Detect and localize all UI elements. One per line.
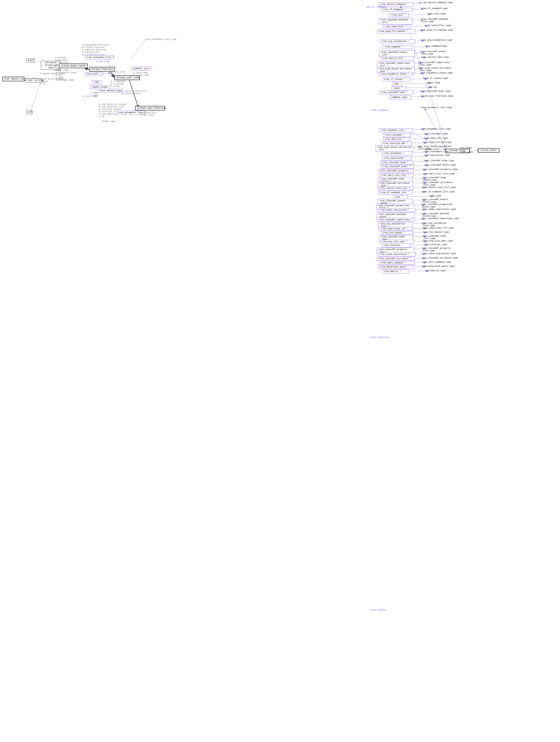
tree-classdef-enum-list-type-label: tree_classdef_enum_list_type	[422, 235, 446, 240]
tree-anon-fcn-handle-type-label: tree_anon_fcn_handle_type	[420, 29, 453, 32]
tree-argument-list-node: tree_argument_list *	[379, 128, 413, 132]
tree-node: tree *	[393, 195, 408, 199]
tree-constant-type-label: tree_constant_type	[424, 244, 447, 246]
tree-switch-case-list-type-label: tree_switch_case_list_type	[422, 186, 456, 189]
tree-decl-alt-type-label: tree_decl_alt_type	[424, 137, 448, 140]
tree-command-label: tree command	[370, 109, 388, 111]
tree-statement-list-type-label: tree_statement_list_type	[145, 38, 176, 41]
tree-expression-node: tree_expression *	[382, 156, 411, 160]
tree-classdef-body-node: tree_classdef_body *	[379, 91, 413, 95]
tree-parameter-list-type-label: tree_parameter_list_type	[420, 106, 452, 109]
m-lead-comm-label: m_lead_commm_trail_comm	[133, 71, 149, 76]
tree-arg-validation-type-label: tree_arg_validation_type	[421, 39, 452, 41]
tree-function-def-type-label: tree_function_def_type	[423, 141, 452, 144]
class-method-type-node: class_method_type	[97, 89, 123, 93]
c-name-t-name-label: c_namet_name	[90, 92, 98, 96]
tree-classdef-body-type-label: tree_classdef_body_type	[420, 90, 450, 93]
m-cmd-list-label: m_cmd_list	[96, 60, 109, 63]
tree-arg-validation-node: tree_arg_validation *	[380, 40, 415, 43]
tree-classdef-event-type-label: tree_classdef_event_type	[424, 164, 456, 166]
tree-switch-command-type-label: tree_switch_command_type	[421, 1, 453, 4]
tree-classdef-methods-block-type-label: tree_classdef_methods_block_type	[422, 213, 449, 217]
tree-cell-node: tree_cell *	[390, 13, 409, 17]
tree-classdef-superclass-list-type-label: tree_classdef_superclass_list_type	[418, 61, 450, 66]
tree-classdef-events-list-type-label: tree_classdef_events_list_type	[420, 50, 447, 55]
m-file-info-label: m_file_info	[111, 71, 125, 73]
tree-classdef-enum-node: tree_classdef_enum *	[380, 161, 413, 165]
tree-superclass-ref-node: tree_superclass_ref *	[379, 227, 413, 231]
tree-identifier-node: tree_identifier *	[383, 25, 411, 29]
tree-matrix-type-label: tree_matrix_type	[425, 269, 446, 272]
yyvs-alloc-label: yyvs_alloc	[460, 151, 473, 153]
tree-classdef-attribute-list-type-label: tree_classdef_attribute_list_type	[422, 181, 452, 186]
tree-statement-type-label: tree_statement_type	[424, 150, 449, 153]
dummy-type-label: dummy_type	[102, 120, 115, 123]
tree-classdef-events-block-type-label: tree_classdef_events_block_type	[422, 198, 448, 203]
tree-classdef-methods-list-type-label: tree_classdef_methods_list_type	[421, 18, 448, 23]
tree-classdef-property-node: tree_classdef_property *	[378, 169, 413, 173]
comment-type-node: comment_type	[390, 95, 411, 99]
tree-superclass-ref-type-label: tree_superclass_ref_type	[422, 227, 454, 229]
tree-command-type-label: tree_command_type	[425, 45, 447, 48]
tree-switch-case-type-label: tree_switch_case_type	[421, 56, 449, 58]
tree-classdef-event-node: tree_classdef_event *	[381, 165, 414, 169]
tree-statement-list-node: tree_statement_list *	[85, 55, 114, 59]
tree-function-def-node: tree_function_def *	[381, 142, 412, 146]
tree-type-label: tree_type	[429, 195, 441, 197]
yys-alloc-label: yys_alloc	[460, 147, 472, 149]
tree-if-clause-node: tree_if_clause *	[382, 77, 410, 81]
svg-line-7	[31, 83, 40, 112]
tree-classdef-enum-type-label: tree_classdef_enum_type	[424, 159, 454, 162]
punct-type-label: punct_type	[427, 82, 440, 84]
tree-classdef-type-label: tree_classdef_type	[424, 133, 448, 135]
tree-colon-expression-type-label: tree_colon_expression_type	[422, 253, 456, 255]
connection-arrows	[0, 0, 560, 742]
tree-classdef-methods-list-node: tree_classdef_methods_list *	[378, 18, 413, 24]
tree-function-label: tree function	[370, 336, 389, 338]
tree-if-command-node: tree_if_command *	[381, 8, 413, 12]
tree-arg-size-spec-node: tree_arg_size_spec *	[380, 240, 414, 244]
tree-args-block-attribute-list-type-label: tree_args_block_attribute_list_type	[418, 67, 451, 72]
octave-user-function-node: octave_user_function	[135, 106, 165, 110]
tree-decl-command-type-label: tree_decl_command_type	[422, 261, 451, 263]
bool-node: bool	[26, 58, 35, 63]
m-locked-label: m_lockedm_privatem_relative	[55, 56, 68, 64]
tree-arg-validation-fcns-type-label: tree_arg_validation_fcns_type	[422, 222, 447, 227]
octave-base-value-node: octave_base_value	[59, 63, 88, 68]
tree-if-clause-type-label: tree_if_clause_type	[423, 77, 448, 80]
symbol-scope-node: symbol_scope	[90, 85, 110, 89]
tree-switch-command-node: tree_switch_command *	[378, 2, 414, 6]
std-basic-string-node: std::basic_string< Char >	[2, 77, 24, 81]
time-node: time	[92, 80, 101, 84]
m-param-list-label: m_param_listm_ret_list	[141, 111, 157, 116]
tree-arguments-block-type-label: tree_arguments_block_type	[420, 72, 453, 74]
tree-metaclass-query-type-label: tree_metaclass_query_type	[422, 265, 455, 268]
tree-argument-list-type-label: tree_argument_list_type	[420, 128, 451, 130]
svg-line-33	[402, 88, 432, 88]
tok-val-label: tok_val	[428, 86, 437, 88]
tree-arg-size-spec-type-label: tree_arg_size_spec_type	[423, 240, 453, 242]
tree-statement-node: tree_statement *	[382, 151, 412, 155]
file-info-node: file_info *	[85, 72, 103, 76]
comment-list-node: comment_list *	[132, 67, 151, 70]
tree-classdef-enum-block-type-label: tree_classdef_enum_block_type	[422, 176, 446, 181]
tree-fcn-handle-node: tree_fcn_handle *	[381, 231, 413, 235]
tree-cell-type-label: tree_cell_type	[427, 13, 446, 15]
tree-switch-case-list-node: tree_switch_case_list *	[378, 186, 413, 190]
tree-classdef-superclass-node: tree_classdef_superclass *	[377, 218, 414, 222]
tree-metaclass-query-node: tree_metaclass_query *	[378, 265, 415, 269]
octave-alloc-node: octave_alloc	[478, 148, 499, 153]
diagram-container: std::basic_string< Char > std::string bo…	[0, 0, 560, 742]
octave-user-function-type-label: octave_user_function_type	[420, 95, 453, 97]
tree-classdef-events-list-node: tree_classdef_events_list *	[379, 50, 415, 57]
tree-args-block-validation-list-node: tree_args_block_validation_list *	[376, 145, 413, 152]
tree-classdef-node: tree_classdef *	[383, 133, 411, 137]
tree-constant-node: tree_constant *	[382, 244, 411, 247]
tree-colon-expression-node: tree_colon_expression *	[377, 253, 415, 256]
tree-if-command-list-node: tree_if_command_list *	[378, 191, 413, 195]
tree-fcn-handle-type-label: tree_fcn_handle_type	[423, 231, 449, 233]
s-beginning-of-line-label: s_beginning_of_line	[40, 72, 65, 75]
tree-classdef-attribute-node: tree_classdef_attribute *	[377, 257, 414, 261]
tree-arguments-block-node: tree_arguments_block *	[378, 72, 413, 76]
tree-decl-alt-node: tree_decl_alt *	[383, 137, 410, 141]
